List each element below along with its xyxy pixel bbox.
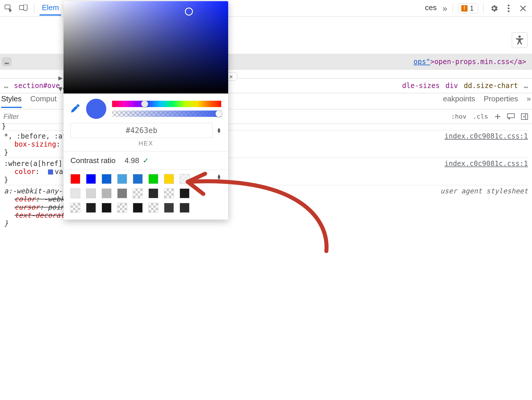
- subtab-properties[interactable]: Properties: [484, 94, 518, 108]
- rule-source[interactable]: index.c0c9081c.css:1: [444, 160, 528, 168]
- hue-slider[interactable]: [112, 101, 221, 107]
- css-prop[interactable]: color: [14, 168, 35, 176]
- palette-swatch[interactable]: [180, 203, 189, 213]
- color-swatch[interactable]: [48, 169, 53, 175]
- close-devtools-icon[interactable]: [518, 3, 529, 14]
- subtab-more-chevron[interactable]: »: [527, 94, 531, 108]
- color-picker-popover: ▲▼ HEX Contrast ratio 4.98 ✓ ▲▼: [64, 1, 228, 220]
- palette-swatch[interactable]: [70, 203, 80, 213]
- palette-swatch[interactable]: [86, 188, 96, 198]
- palette-switch-icon[interactable]: ▲▼: [217, 174, 221, 213]
- toggle-sidebar-icon[interactable]: [521, 113, 528, 120]
- contrast-ratio-row[interactable]: Contrast ratio 4.98 ✓: [64, 151, 228, 170]
- cls-toggle[interactable]: .cls: [473, 113, 488, 120]
- svg-point-4: [508, 8, 509, 9]
- hue-thumb[interactable]: [141, 100, 148, 107]
- tab-elements[interactable]: Elem: [40, 1, 61, 16]
- href-link[interactable]: ops": [414, 58, 430, 66]
- svg-point-3: [508, 5, 509, 6]
- css-prop: color: [14, 195, 35, 203]
- issues-badge[interactable]: ! 1: [458, 3, 478, 13]
- rule-selector[interactable]: *, :before, :af: [4, 132, 67, 140]
- rule-selector: a:-webkit-any-l: [4, 187, 67, 195]
- palette-swatch[interactable]: [148, 188, 158, 198]
- rule-source[interactable]: index.c0c9081c.css:1: [444, 132, 528, 140]
- svg-rect-7: [507, 114, 514, 118]
- css-value: poin: [48, 203, 65, 211]
- palette-swatch[interactable]: [117, 174, 127, 184]
- css-value: -webk: [44, 195, 64, 203]
- palette-swatch[interactable]: [148, 203, 158, 213]
- more-tabs-chevron[interactable]: »: [442, 3, 447, 13]
- subtab-breakpoints[interactable]: eakpoints: [443, 94, 475, 108]
- svg-point-6: [518, 35, 521, 38]
- contrast-value: 4.98: [124, 156, 139, 165]
- ellipsis-icon: …: [2, 57, 12, 66]
- palette-swatch[interactable]: [164, 188, 174, 198]
- current-color-swatch: [86, 99, 106, 119]
- css-prop[interactable]: box-sizing: [14, 140, 56, 148]
- add-rule-icon[interactable]: [494, 113, 501, 120]
- kebab-menu-icon[interactable]: [503, 3, 514, 14]
- rule-selector[interactable]: :where(a[href]): [4, 160, 67, 168]
- issues-count: 1: [470, 4, 474, 12]
- inspect-icon[interactable]: [3, 3, 14, 14]
- palette-swatch[interactable]: [133, 188, 143, 198]
- contrast-pass-icon: ✓: [143, 156, 149, 165]
- palette-swatch[interactable]: [164, 203, 174, 213]
- separator: [453, 3, 453, 14]
- palette-swatch[interactable]: [180, 174, 189, 184]
- color-palette: ▲▼: [64, 170, 228, 220]
- color-spectrum[interactable]: [64, 1, 228, 94]
- palette-swatch[interactable]: [133, 174, 143, 184]
- palette-swatch[interactable]: [102, 188, 111, 198]
- css-prop: cursor: [14, 203, 40, 211]
- palette-swatch[interactable]: [86, 203, 96, 213]
- contrast-label: Contrast ratio: [70, 156, 116, 165]
- alpha-slider[interactable]: [112, 111, 221, 117]
- palette-swatch[interactable]: [70, 174, 80, 184]
- separator: [483, 3, 483, 14]
- accessibility-icon[interactable]: [512, 32, 527, 48]
- palette-swatch[interactable]: [102, 174, 111, 184]
- palette-swatch[interactable]: [133, 203, 143, 213]
- palette-swatch[interactable]: [70, 188, 80, 198]
- palette-swatch[interactable]: [180, 188, 189, 198]
- rule-source: user agent stylesheet: [440, 187, 528, 195]
- color-format-label: HEX: [64, 138, 228, 151]
- hex-input[interactable]: [70, 123, 213, 138]
- palette-swatch[interactable]: [148, 174, 158, 184]
- palette-swatch[interactable]: [117, 203, 127, 213]
- svg-rect-0: [5, 5, 10, 9]
- alpha-thumb[interactable]: [215, 110, 222, 117]
- node-text: >open-props.min.css</a>: [430, 58, 526, 66]
- spectrum-handle[interactable]: [185, 8, 193, 16]
- svg-point-5: [508, 10, 509, 12]
- styles-format-icon[interactable]: [507, 113, 515, 120]
- hov-toggle[interactable]: :hov: [451, 113, 466, 120]
- device-toggle-icon[interactable]: [18, 3, 29, 14]
- eyedropper-icon[interactable]: [70, 103, 80, 115]
- subtab-styles[interactable]: Styles: [1, 94, 22, 108]
- palette-swatch[interactable]: [117, 188, 127, 198]
- subtab-computed[interactable]: Comput: [30, 94, 57, 108]
- palette-swatch[interactable]: [102, 203, 111, 213]
- tab-sources-partial[interactable]: ces: [423, 1, 439, 16]
- separator: [34, 3, 34, 14]
- palette-swatch[interactable]: [164, 174, 174, 184]
- palette-swatch[interactable]: [86, 174, 96, 184]
- settings-icon[interactable]: [489, 3, 500, 14]
- warning-icon: !: [461, 5, 468, 12]
- svg-rect-2: [24, 5, 27, 10]
- format-switch-icon[interactable]: ▲▼: [217, 128, 221, 133]
